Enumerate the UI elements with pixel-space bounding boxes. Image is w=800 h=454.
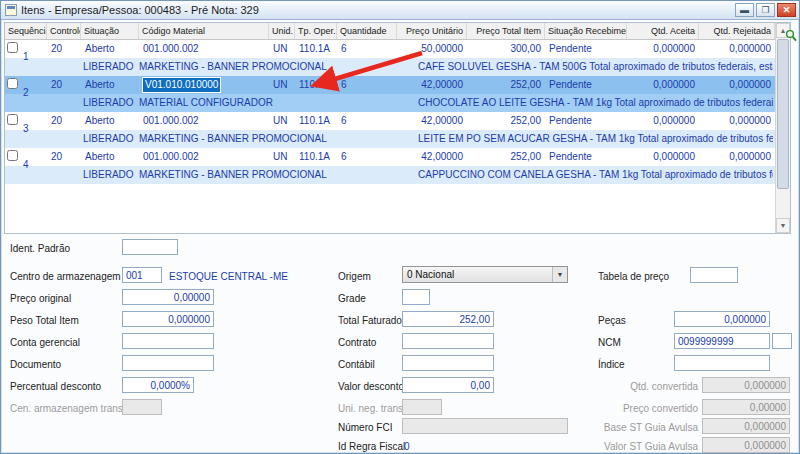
label-cen-armazenagem-transf: Cen. armazenagem transf xyxy=(10,401,126,417)
row-checkbox[interactable] xyxy=(7,42,18,53)
label-pecas: Peças xyxy=(598,313,626,329)
window-icon xyxy=(5,4,17,16)
label-contabil: Contábil xyxy=(338,357,375,373)
cen-armazenagem-transf-input xyxy=(122,399,162,415)
sequence-cell: 1 xyxy=(5,40,47,76)
label-documento: Documento xyxy=(10,357,61,373)
origem-selected-value: 0 Nacional xyxy=(407,269,454,280)
minimize-button[interactable]: ▬ xyxy=(735,3,754,17)
title-bar[interactable]: Itens - Empresa/Pessoa: 000483 - Pré Not… xyxy=(1,1,799,20)
sequence-cell: 3 xyxy=(5,112,47,148)
label-total-faturado: Total Faturado xyxy=(338,313,402,329)
label-ncm: NCM xyxy=(598,335,621,351)
search-icon[interactable] xyxy=(785,29,797,42)
sequence-number: 2 xyxy=(23,87,29,98)
numero-fci-input xyxy=(402,418,568,434)
id-regra-fiscal-value: 0 xyxy=(404,439,410,454)
pecas-input[interactable] xyxy=(674,311,770,327)
sequence-cell: 2 xyxy=(5,76,47,112)
grade-input[interactable] xyxy=(402,289,430,305)
peso-total-item-input[interactable] xyxy=(122,311,214,327)
ident-padrao-input[interactable] xyxy=(122,239,178,255)
chevron-down-icon: ▼ xyxy=(552,267,567,282)
sequence-number: 4 xyxy=(23,159,29,170)
label-id-regra-fiscal: Id Regra Fiscal xyxy=(338,439,405,454)
row-checkbox[interactable] xyxy=(7,78,18,89)
label-preco-original: Preço original xyxy=(10,291,71,307)
label-grade: Grade xyxy=(338,291,366,307)
label-ident-padrao: Ident. Padrão xyxy=(10,241,70,257)
preco-original-input[interactable] xyxy=(122,289,214,305)
row-checkbox[interactable] xyxy=(7,114,18,125)
conta-gerencial-input[interactable] xyxy=(122,333,214,349)
documento-input[interactable] xyxy=(122,355,214,371)
detail-form: Ident. Padrão Centro de armazenagem ESTO… xyxy=(2,20,798,452)
base-st-guia-avulsa-input xyxy=(702,418,790,434)
client-area: Sequência Controle Situação Código Mater… xyxy=(2,20,798,452)
label-uni-neg-transf: Uni. neg. transf. xyxy=(338,401,409,417)
contrato-input[interactable] xyxy=(402,333,494,349)
label-valor-desconto: Valor desconto xyxy=(338,379,404,395)
label-numero-fci: Número FCI xyxy=(338,420,392,436)
qtd-convertida-input xyxy=(702,377,790,393)
row-checkbox[interactable] xyxy=(7,150,18,161)
label-preco-convertido: Preço convertido xyxy=(600,401,698,417)
window: Itens - Empresa/Pessoa: 000483 - Pré Not… xyxy=(0,0,800,454)
percentual-desconto-input[interactable] xyxy=(122,377,194,393)
total-faturado-input[interactable] xyxy=(402,311,494,327)
sequence-number: 3 xyxy=(23,123,29,134)
centro-armazenagem-input[interactable] xyxy=(122,267,162,283)
label-peso-total-item: Peso Total Item xyxy=(10,313,79,329)
ncm-extra-input[interactable] xyxy=(772,333,792,349)
label-centro-armazenagem: Centro de armazenagem xyxy=(10,269,121,285)
label-qtd-convertida: Qtd. convertida xyxy=(600,379,698,395)
indice-input[interactable] xyxy=(674,355,770,371)
label-valor-st-guia-avulsa: Valor ST Guia Avulsa xyxy=(600,439,698,454)
window-title: Itens - Empresa/Pessoa: 000483 - Pré Not… xyxy=(21,1,259,19)
preco-convertido-input xyxy=(702,399,790,415)
valor-st-guia-avulsa-input xyxy=(702,437,790,453)
sequence-number: 1 xyxy=(23,51,29,62)
centro-armazenagem-descricao: ESTOQUE CENTRAL -ME xyxy=(169,269,288,285)
maximize-button[interactable]: ❐ xyxy=(756,3,775,17)
ncm-input[interactable] xyxy=(674,333,770,349)
label-origem: Origem xyxy=(338,269,371,285)
sequence-cell: 4 xyxy=(5,148,47,184)
label-conta-gerencial: Conta gerencial xyxy=(10,335,80,351)
origem-select[interactable]: 0 Nacional ▼ xyxy=(402,266,568,283)
valor-desconto-input[interactable] xyxy=(402,377,494,393)
label-tabela-preco: Tabela de preço xyxy=(598,269,669,285)
close-button[interactable]: ✕ xyxy=(777,3,796,17)
tabela-preco-input[interactable] xyxy=(690,267,738,283)
label-indice: Índice xyxy=(598,357,625,373)
label-contrato: Contrato xyxy=(338,335,376,351)
contabil-input[interactable] xyxy=(402,355,494,371)
label-base-st-guia-avulsa: Base ST Guia Avulsa xyxy=(600,420,698,436)
uni-neg-transf-input xyxy=(402,399,442,415)
label-percentual-desconto: Percentual desconto xyxy=(10,379,101,395)
